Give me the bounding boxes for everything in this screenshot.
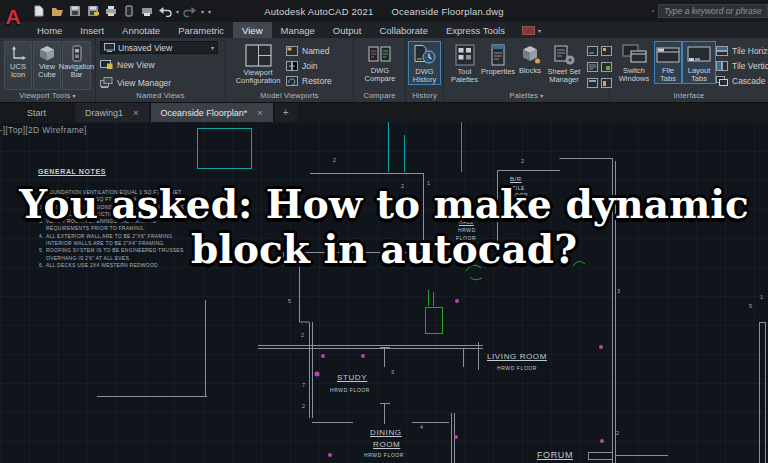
cascade-button[interactable]: Cascade [716, 73, 768, 88]
undo-icon [158, 6, 172, 17]
restore-viewports-button[interactable]: Restore [286, 73, 332, 88]
tab-home[interactable]: Home [28, 22, 71, 38]
tab-output[interactable]: Output [324, 22, 371, 38]
tab-parametric[interactable]: Parametric [169, 22, 233, 38]
cascade-icon [716, 76, 728, 86]
redo-dropdown-caret[interactable]: ▾ [201, 8, 204, 15]
dimension-number: 7 [302, 382, 305, 388]
dimension-number: 2 [401, 183, 404, 189]
file-tabs-button[interactable]: File Tabs [654, 41, 682, 84]
switch-windows-icon [622, 44, 647, 65]
panel-title-viewport-tools[interactable]: Viewport Tools▾ [0, 90, 95, 102]
tab-insert[interactable]: Insert [71, 22, 113, 38]
switch-windows-button[interactable]: Switch Windows [614, 41, 654, 84]
panel-title-palettes[interactable]: Palettes▾ [444, 90, 609, 102]
dimension-number: 2 [302, 403, 305, 409]
viewport-configuration-button[interactable]: Viewport Configuration [230, 41, 286, 86]
dimension-number: 2 [521, 158, 524, 164]
view-cube-icon [38, 45, 56, 62]
room-label: DINING [370, 428, 402, 437]
new-view-button[interactable]: New View [100, 57, 155, 72]
redo-button[interactable] [183, 4, 197, 18]
featured-apps-icon [522, 26, 535, 35]
room-label: FLOOR [456, 235, 476, 241]
blocks-icon [519, 44, 541, 65]
tab-express-tools[interactable]: Express Tools [437, 22, 514, 38]
dimension-number: 5 [749, 303, 752, 309]
view-manager-button[interactable]: View Manager [100, 75, 171, 90]
general-notes: GENERAL NOTES 1.FOUNDATION VENTILATION E… [38, 168, 253, 269]
save-as-icon [87, 5, 99, 17]
panel-viewport-tools: UCS Icon View Cube Navigation Bar Viewpo… [0, 38, 96, 102]
viewport-controls[interactable]: [-][Top][2D Wireframe] [0, 125, 87, 135]
tab-collaborate[interactable]: Collaborate [370, 22, 437, 38]
view-cube-button[interactable]: View Cube [33, 41, 61, 90]
panel-interface: Switch Windows File Tabs Layout Tabs Til… [610, 38, 768, 102]
join-viewports-icon [286, 61, 298, 71]
caret-down-icon: ▾ [540, 93, 543, 99]
file-tab-start[interactable]: Start [0, 103, 73, 122]
tile-horizontally-icon [716, 46, 728, 56]
ribbon-options[interactable]: ▾ [522, 22, 541, 38]
new-drawing-tab-button[interactable]: + [275, 103, 297, 122]
mobile-button[interactable] [122, 4, 136, 18]
dwg-compare-button[interactable]: DWG Compare [358, 41, 402, 84]
dimension-number: 1 [760, 294, 763, 300]
join-viewports-button[interactable]: Join [286, 58, 332, 73]
dimension-number: 5 [288, 298, 291, 304]
open-file-button[interactable] [50, 4, 64, 18]
ribbon-state-caret-icon[interactable]: ▾ [538, 27, 541, 34]
general-notes-heading: GENERAL NOTES [38, 168, 253, 175]
quickcalc-button[interactable] [586, 75, 599, 90]
tab-view[interactable]: View [233, 22, 271, 38]
sheet-set-manager-button[interactable]: Sheet Set Manager [545, 41, 583, 85]
room-label: HRWD FLOOR [364, 452, 404, 458]
tool-palettes-button[interactable]: Tool Palettes [448, 41, 481, 85]
close-tab-icon[interactable]: × [133, 107, 139, 118]
plot-icon [105, 5, 117, 17]
undo-button[interactable] [158, 4, 172, 18]
print-button[interactable] [140, 4, 154, 18]
save-button[interactable] [68, 4, 82, 18]
save-as-button[interactable] [86, 4, 100, 18]
note-item: 6.ALL DECKS USE 2X4 WESTERN REDWOOD [38, 262, 253, 269]
blocks-palette-button[interactable]: Blocks [515, 41, 545, 76]
autocad-window: A ▾ ▾ ▾ Autodesk AutoCAD 2021 Oceanside … [0, 0, 768, 463]
tile-vertically-button[interactable]: Tile Vertically [716, 58, 768, 73]
panel-history: DWG History History [406, 38, 444, 102]
save-icon [69, 5, 81, 17]
tab-manage[interactable]: Manage [272, 22, 324, 38]
tab-annotate[interactable]: Annotate [113, 22, 169, 38]
properties-palette-button[interactable]: Properties [481, 41, 515, 77]
room-label: HRWD [458, 227, 476, 233]
drawing-canvas[interactable]: [-][Top][2D Wireframe] GENERAL NOTES 1.F… [0, 122, 768, 463]
named-viewports-button[interactable]: Named [286, 43, 332, 58]
tile-horizontally-button[interactable]: Tile Horizontally [716, 43, 768, 58]
room-label: TILE [512, 185, 525, 191]
file-tab-oceanside-floorplan[interactable]: Oceanside Floorplan* × [151, 103, 273, 122]
dimension-number: 2 [616, 430, 619, 436]
plot-button[interactable] [104, 4, 118, 18]
external-references-button[interactable] [586, 59, 599, 74]
panel-title-history: History [406, 90, 443, 102]
undo-dropdown-caret[interactable]: ▾ [176, 8, 179, 15]
ribbon: UCS Icon View Cube Navigation Bar Viewpo… [0, 38, 768, 103]
search-input[interactable] [658, 4, 768, 18]
new-view-icon [100, 59, 113, 70]
close-tab-icon[interactable]: × [257, 107, 263, 118]
ucs-icon-button[interactable]: UCS Icon [4, 41, 32, 90]
layout-tabs-button[interactable]: Layout Tabs [682, 41, 716, 84]
dwg-history-button[interactable]: DWG History [408, 41, 441, 85]
qat-customize-caret[interactable]: ▾ [208, 8, 211, 15]
file-tab-drawing1[interactable]: Drawing1 × [75, 103, 149, 122]
room-label: HRWD FLOOR [497, 365, 537, 371]
navigation-bar-button[interactable]: Navigation Bar [62, 41, 91, 90]
panel-title-model-viewports: Model Viewports [226, 90, 353, 102]
sheet-set-manager-icon [553, 44, 576, 66]
app-menu-button[interactable]: A [3, 2, 23, 32]
command-line-button[interactable] [586, 43, 599, 58]
new-file-button[interactable] [32, 4, 46, 18]
note-item: 5.ROOFING SYSTEM IS TO BE ENGINEERED TRU… [38, 247, 253, 262]
view-selector-dropdown[interactable]: Unsaved View ▾ [100, 41, 218, 54]
dwg-history-icon [413, 44, 437, 66]
